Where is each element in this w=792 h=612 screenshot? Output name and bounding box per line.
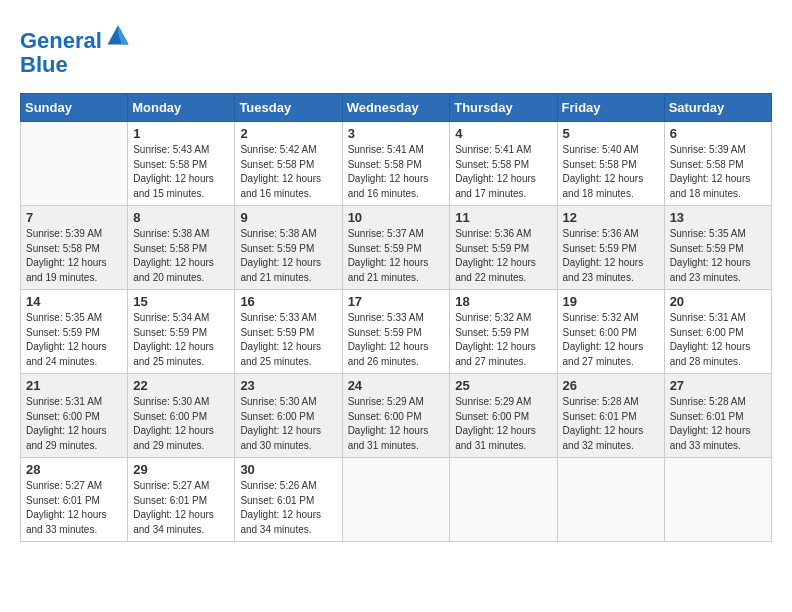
calendar-cell: 23 Sunrise: 5:30 AMSunset: 6:00 PMDaylig… [235,374,342,458]
day-number: 3 [348,126,445,141]
day-info: Sunrise: 5:30 AMSunset: 6:00 PMDaylight:… [133,396,214,451]
calendar-cell: 12 Sunrise: 5:36 AMSunset: 5:59 PMDaylig… [557,206,664,290]
day-number: 21 [26,378,122,393]
weekday-header: Wednesday [342,94,450,122]
calendar-cell: 9 Sunrise: 5:38 AMSunset: 5:59 PMDayligh… [235,206,342,290]
day-info: Sunrise: 5:37 AMSunset: 5:59 PMDaylight:… [348,228,429,283]
calendar-cell: 8 Sunrise: 5:38 AMSunset: 5:58 PMDayligh… [128,206,235,290]
day-info: Sunrise: 5:27 AMSunset: 6:01 PMDaylight:… [26,480,107,535]
day-number: 29 [133,462,229,477]
calendar-week-row: 7 Sunrise: 5:39 AMSunset: 5:58 PMDayligh… [21,206,772,290]
day-info: Sunrise: 5:29 AMSunset: 6:00 PMDaylight:… [348,396,429,451]
day-number: 24 [348,378,445,393]
day-number: 25 [455,378,551,393]
day-number: 17 [348,294,445,309]
calendar-cell [21,122,128,206]
day-info: Sunrise: 5:35 AMSunset: 5:59 PMDaylight:… [26,312,107,367]
day-info: Sunrise: 5:40 AMSunset: 5:58 PMDaylight:… [563,144,644,199]
calendar-cell: 21 Sunrise: 5:31 AMSunset: 6:00 PMDaylig… [21,374,128,458]
day-number: 2 [240,126,336,141]
calendar-week-row: 28 Sunrise: 5:27 AMSunset: 6:01 PMDaylig… [21,458,772,542]
calendar-cell: 2 Sunrise: 5:42 AMSunset: 5:58 PMDayligh… [235,122,342,206]
day-number: 8 [133,210,229,225]
day-info: Sunrise: 5:43 AMSunset: 5:58 PMDaylight:… [133,144,214,199]
calendar-cell: 27 Sunrise: 5:28 AMSunset: 6:01 PMDaylig… [664,374,771,458]
calendar-cell [664,458,771,542]
weekday-header: Friday [557,94,664,122]
day-info: Sunrise: 5:41 AMSunset: 5:58 PMDaylight:… [455,144,536,199]
day-number: 5 [563,126,659,141]
day-number: 23 [240,378,336,393]
calendar-week-row: 21 Sunrise: 5:31 AMSunset: 6:00 PMDaylig… [21,374,772,458]
day-info: Sunrise: 5:35 AMSunset: 5:59 PMDaylight:… [670,228,751,283]
logo-text: GeneralBlue [20,20,132,77]
weekday-header: Sunday [21,94,128,122]
day-info: Sunrise: 5:36 AMSunset: 5:59 PMDaylight:… [563,228,644,283]
calendar-cell: 7 Sunrise: 5:39 AMSunset: 5:58 PMDayligh… [21,206,128,290]
day-number: 15 [133,294,229,309]
weekday-header: Monday [128,94,235,122]
day-number: 16 [240,294,336,309]
calendar-cell [342,458,450,542]
calendar-cell: 26 Sunrise: 5:28 AMSunset: 6:01 PMDaylig… [557,374,664,458]
day-number: 13 [670,210,766,225]
day-info: Sunrise: 5:26 AMSunset: 6:01 PMDaylight:… [240,480,321,535]
day-info: Sunrise: 5:33 AMSunset: 5:59 PMDaylight:… [240,312,321,367]
day-number: 19 [563,294,659,309]
weekday-header: Saturday [664,94,771,122]
day-number: 28 [26,462,122,477]
calendar-cell: 14 Sunrise: 5:35 AMSunset: 5:59 PMDaylig… [21,290,128,374]
day-info: Sunrise: 5:31 AMSunset: 6:00 PMDaylight:… [670,312,751,367]
calendar-cell: 28 Sunrise: 5:27 AMSunset: 6:01 PMDaylig… [21,458,128,542]
day-info: Sunrise: 5:31 AMSunset: 6:00 PMDaylight:… [26,396,107,451]
day-number: 7 [26,210,122,225]
weekday-header: Thursday [450,94,557,122]
day-info: Sunrise: 5:42 AMSunset: 5:58 PMDaylight:… [240,144,321,199]
calendar-table: SundayMondayTuesdayWednesdayThursdayFrid… [20,93,772,542]
day-number: 30 [240,462,336,477]
day-number: 4 [455,126,551,141]
day-info: Sunrise: 5:28 AMSunset: 6:01 PMDaylight:… [563,396,644,451]
calendar-cell: 18 Sunrise: 5:32 AMSunset: 5:59 PMDaylig… [450,290,557,374]
day-info: Sunrise: 5:33 AMSunset: 5:59 PMDaylight:… [348,312,429,367]
day-info: Sunrise: 5:32 AMSunset: 6:00 PMDaylight:… [563,312,644,367]
calendar-cell: 6 Sunrise: 5:39 AMSunset: 5:58 PMDayligh… [664,122,771,206]
day-info: Sunrise: 5:36 AMSunset: 5:59 PMDaylight:… [455,228,536,283]
calendar-cell: 24 Sunrise: 5:29 AMSunset: 6:00 PMDaylig… [342,374,450,458]
logo: GeneralBlue [20,20,132,77]
page-header: GeneralBlue [20,20,772,77]
day-info: Sunrise: 5:38 AMSunset: 5:59 PMDaylight:… [240,228,321,283]
day-number: 10 [348,210,445,225]
day-number: 1 [133,126,229,141]
day-number: 27 [670,378,766,393]
calendar-cell: 5 Sunrise: 5:40 AMSunset: 5:58 PMDayligh… [557,122,664,206]
calendar-cell: 19 Sunrise: 5:32 AMSunset: 6:00 PMDaylig… [557,290,664,374]
day-number: 14 [26,294,122,309]
calendar-cell: 20 Sunrise: 5:31 AMSunset: 6:00 PMDaylig… [664,290,771,374]
calendar-cell: 3 Sunrise: 5:41 AMSunset: 5:58 PMDayligh… [342,122,450,206]
calendar-cell: 4 Sunrise: 5:41 AMSunset: 5:58 PMDayligh… [450,122,557,206]
calendar-cell: 17 Sunrise: 5:33 AMSunset: 5:59 PMDaylig… [342,290,450,374]
day-number: 9 [240,210,336,225]
calendar-cell: 15 Sunrise: 5:34 AMSunset: 5:59 PMDaylig… [128,290,235,374]
calendar-cell: 25 Sunrise: 5:29 AMSunset: 6:00 PMDaylig… [450,374,557,458]
calendar-week-row: 1 Sunrise: 5:43 AMSunset: 5:58 PMDayligh… [21,122,772,206]
day-info: Sunrise: 5:32 AMSunset: 5:59 PMDaylight:… [455,312,536,367]
day-info: Sunrise: 5:39 AMSunset: 5:58 PMDaylight:… [670,144,751,199]
day-info: Sunrise: 5:34 AMSunset: 5:59 PMDaylight:… [133,312,214,367]
day-number: 11 [455,210,551,225]
day-info: Sunrise: 5:38 AMSunset: 5:58 PMDaylight:… [133,228,214,283]
day-number: 18 [455,294,551,309]
day-info: Sunrise: 5:27 AMSunset: 6:01 PMDaylight:… [133,480,214,535]
day-number: 6 [670,126,766,141]
day-info: Sunrise: 5:29 AMSunset: 6:00 PMDaylight:… [455,396,536,451]
day-info: Sunrise: 5:41 AMSunset: 5:58 PMDaylight:… [348,144,429,199]
calendar-cell [557,458,664,542]
weekday-header: Tuesday [235,94,342,122]
day-number: 20 [670,294,766,309]
calendar-cell: 11 Sunrise: 5:36 AMSunset: 5:59 PMDaylig… [450,206,557,290]
day-number: 12 [563,210,659,225]
day-number: 26 [563,378,659,393]
calendar-cell: 13 Sunrise: 5:35 AMSunset: 5:59 PMDaylig… [664,206,771,290]
calendar-cell: 10 Sunrise: 5:37 AMSunset: 5:59 PMDaylig… [342,206,450,290]
